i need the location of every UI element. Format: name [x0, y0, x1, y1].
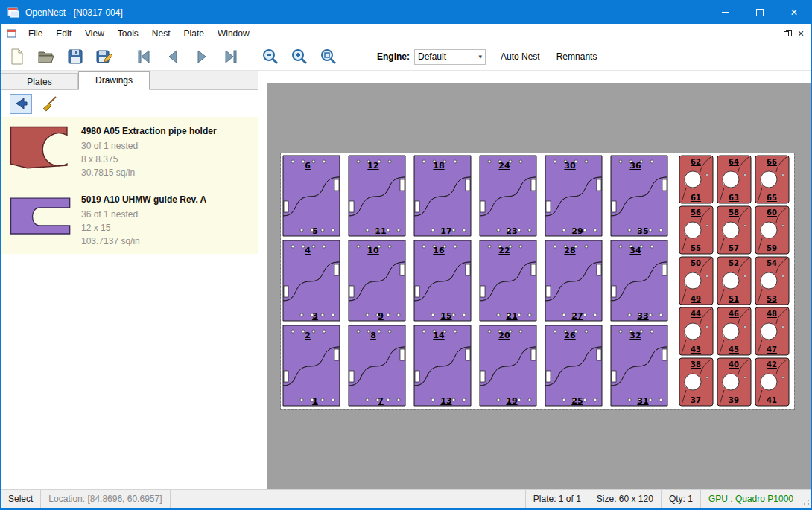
nested-part-pair[interactable]: 3433 — [611, 240, 667, 321]
nested-part-pair[interactable]: 3029 — [545, 156, 602, 236]
minimize-icon — [722, 12, 729, 13]
child-minimize-icon — [768, 34, 774, 34]
zoom-in-icon — [291, 48, 308, 66]
return-part-button[interactable] — [10, 94, 32, 114]
engine-dropdown[interactable]: Default ▾ — [414, 49, 486, 65]
nested-parts-drawing[interactable]: 6512111817242330293635431091615222128273… — [281, 153, 794, 409]
nested-part-pair[interactable]: 3231 — [611, 325, 667, 406]
svg-text:1: 1 — [312, 396, 318, 406]
nested-part-pair[interactable]: 4443 — [679, 307, 713, 355]
canvas-margin-left — [258, 83, 267, 489]
nested-part-pair[interactable]: 3635 — [611, 156, 667, 236]
tab-strip: Plates Drawings — [1, 71, 258, 90]
drawing-item[interactable]: 4980 A05 Extraction pipe holder 30 of 1 … — [1, 117, 258, 185]
svg-text:62: 62 — [691, 158, 701, 166]
nested-part-pair[interactable]: 5857 — [717, 206, 751, 254]
svg-text:53: 53 — [767, 295, 777, 303]
zoom-in-button[interactable] — [289, 46, 310, 67]
menu-window[interactable]: Window — [211, 25, 256, 42]
nested-part-pair[interactable]: 3837 — [679, 358, 713, 406]
nest-plate[interactable]: 6512111817242330293635431091615222128273… — [281, 153, 794, 409]
first-plate-button[interactable] — [133, 46, 154, 67]
nested-part-pair[interactable]: 5049 — [679, 257, 713, 305]
auto-nest-button[interactable]: Auto Nest — [499, 48, 542, 65]
previous-arrow-icon — [164, 48, 182, 66]
menu-tools[interactable]: Tools — [111, 25, 145, 42]
svg-text:60: 60 — [767, 208, 777, 217]
nested-part-pair[interactable]: 109 — [349, 240, 405, 321]
drawing-item[interactable]: 5019 A10 UHMW guide Rev. A 36 of 1 neste… — [1, 185, 258, 254]
svg-text:17: 17 — [440, 226, 451, 236]
nested-part-pair[interactable]: 87 — [349, 325, 405, 406]
nested-part-pair[interactable]: 4241 — [755, 358, 789, 406]
nested-part-pair[interactable]: 2625 — [545, 325, 602, 406]
nested-part-pair[interactable]: 43 — [283, 240, 340, 321]
nested-part-pair[interactable]: 21 — [283, 325, 340, 406]
svg-text:8: 8 — [370, 331, 376, 340]
nested-part-pair[interactable]: 5655 — [679, 206, 713, 254]
nested-part-pair[interactable]: 1211 — [349, 156, 405, 236]
svg-text:42: 42 — [767, 360, 777, 369]
nested-part-pair[interactable]: 4039 — [717, 358, 751, 406]
nested-part-pair[interactable]: 4645 — [717, 307, 751, 355]
previous-plate-button[interactable] — [162, 46, 183, 67]
nested-part-pair[interactable]: 4847 — [755, 307, 789, 355]
nested-part-pair[interactable]: 65 — [283, 156, 340, 236]
zoom-out-button[interactable] — [260, 46, 281, 67]
canvas-body[interactable]: 6512111817242330293635431091615222128273… — [258, 83, 811, 489]
first-arrow-icon — [135, 48, 153, 66]
svg-text:66: 66 — [767, 158, 777, 166]
nested-part-pair[interactable]: 6261 — [679, 156, 713, 203]
nested-part-pair[interactable]: 1615 — [414, 240, 471, 321]
remnants-button[interactable]: Remnants — [555, 48, 599, 65]
svg-text:15: 15 — [440, 311, 451, 321]
mode-indicator: Select — [1, 490, 41, 508]
child-minimize-button[interactable] — [764, 27, 778, 40]
save-button[interactable] — [65, 46, 86, 67]
child-close-button[interactable]: × — [793, 27, 808, 40]
new-button[interactable] — [7, 46, 28, 67]
svg-text:25: 25 — [571, 396, 583, 406]
svg-text:33: 33 — [637, 311, 648, 321]
open-button[interactable] — [36, 46, 57, 67]
zoom-out-icon — [261, 48, 279, 66]
menu-view[interactable]: View — [78, 25, 111, 42]
nested-part-pair[interactable]: 6665 — [755, 156, 789, 203]
gpu-indicator: GPU : Quadro P1000 — [700, 490, 801, 508]
svg-text:35: 35 — [637, 226, 648, 236]
nested-part-pair[interactable]: 6059 — [755, 206, 789, 254]
menu-file[interactable]: File — [22, 25, 49, 42]
child-restore-button[interactable] — [778, 27, 793, 40]
zoom-fit-button[interactable] — [318, 46, 339, 67]
nested-part-pair[interactable]: 2221 — [480, 240, 536, 321]
svg-text:59: 59 — [767, 244, 777, 252]
menu-edit[interactable]: Edit — [49, 25, 78, 42]
tab-drawings[interactable]: Drawings — [78, 71, 150, 90]
menu-plate[interactable]: Plate — [177, 25, 211, 42]
engine-value: Default — [418, 51, 446, 62]
nest-canvas[interactable]: 6512111817242330293635431091615222128273… — [258, 71, 811, 489]
nested-part-pair[interactable]: 2019 — [480, 325, 536, 406]
svg-text:41: 41 — [767, 396, 777, 404]
maximize-button[interactable] — [743, 1, 777, 24]
svg-text:36: 36 — [629, 161, 641, 170]
tab-plates[interactable]: Plates — [1, 73, 78, 89]
nested-part-pair[interactable]: 2423 — [480, 156, 536, 236]
svg-text:5: 5 — [312, 226, 318, 236]
nested-part-pair[interactable]: 1413 — [414, 325, 471, 406]
clear-button[interactable] — [38, 94, 60, 114]
nested-part-pair[interactable]: 5453 — [755, 257, 789, 305]
nested-part-pair[interactable]: 6463 — [717, 156, 751, 203]
resize-grip[interactable] — [801, 490, 811, 508]
close-button[interactable]: × — [777, 1, 811, 24]
menu-nest[interactable]: Nest — [145, 25, 177, 42]
next-plate-button[interactable] — [191, 46, 212, 67]
last-plate-button[interactable] — [221, 46, 241, 67]
svg-text:22: 22 — [498, 246, 510, 255]
nested-part-pair[interactable]: 1817 — [414, 156, 471, 236]
minimize-button[interactable] — [708, 1, 743, 24]
save-as-button[interactable] — [94, 46, 115, 67]
nested-part-pair[interactable]: 5251 — [717, 257, 751, 305]
left-panel: Plates Drawings 4980 A05 Extraction pip — [1, 71, 258, 489]
nested-part-pair[interactable]: 2827 — [545, 240, 602, 321]
